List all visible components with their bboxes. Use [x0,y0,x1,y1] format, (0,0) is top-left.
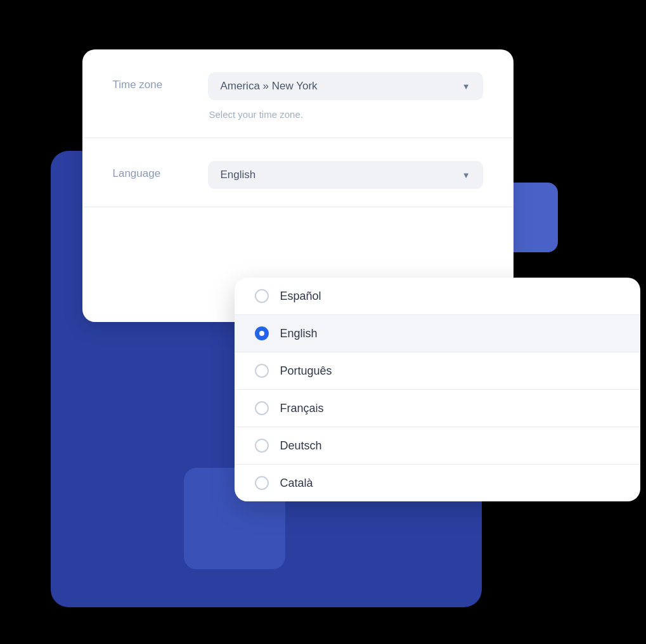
language-value: English [221,169,256,181]
language-option-catala-label: Català [280,477,313,490]
timezone-dropdown[interactable]: America » New York ▼ [208,72,483,100]
timezone-arrow-icon: ▼ [462,82,470,91]
language-option-english[interactable]: English [235,315,640,352]
radio-portugues [255,364,269,378]
language-option-francais-label: Français [280,402,324,415]
timezone-helper: Select your time zone. [209,109,483,120]
language-label: Language [113,161,208,180]
language-content: English ▼ [208,161,483,189]
timezone-value: America » New York [221,80,318,93]
timezone-label: Time zone [113,72,208,91]
language-option-english-label: English [280,327,318,340]
timezone-content: America » New York ▼ Select your time zo… [208,72,483,120]
language-arrow-icon: ▼ [462,171,470,180]
radio-francais [255,401,269,415]
timezone-row: Time zone America » New York ▼ Select yo… [82,49,514,138]
language-option-francais[interactable]: Français [235,390,640,427]
language-option-portugues[interactable]: Português [235,352,640,390]
language-option-portugues-label: Português [280,364,332,378]
language-dropdown-panel: Español English Português Français Deuts… [235,278,640,501]
language-option-espanol[interactable]: Español [235,278,640,315]
radio-espanol [255,289,269,303]
language-option-espanol-label: Español [280,290,321,303]
language-dropdown[interactable]: English ▼ [208,161,483,189]
radio-english [255,326,269,340]
language-option-catala[interactable]: Català [235,465,640,501]
radio-catala [255,476,269,490]
language-row: Language English ▼ [82,138,514,207]
divider-2 [82,207,514,207]
language-option-deutsch[interactable]: Deutsch [235,427,640,465]
radio-deutsch [255,439,269,453]
language-option-deutsch-label: Deutsch [280,439,322,453]
